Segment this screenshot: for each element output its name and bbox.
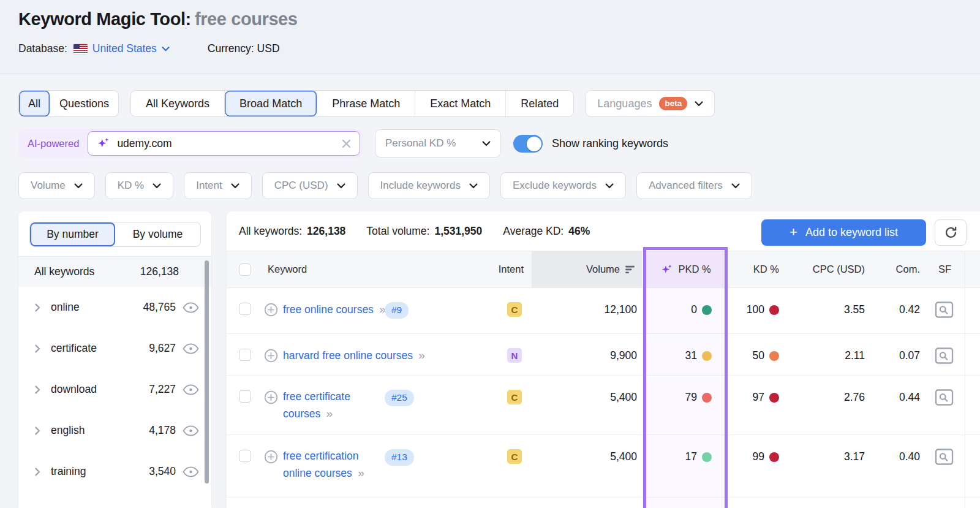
filter-label: Advanced filters: [649, 180, 723, 192]
add-keyword-icon: [264, 450, 278, 464]
serp-preview-icon: [935, 347, 954, 365]
chevron-right-icon[interactable]: [35, 468, 40, 476]
keyword-group-english[interactable]: english4,178: [18, 410, 211, 451]
keyword-link[interactable]: harvard free online courses »: [283, 347, 425, 364]
stat-value: 1,531,950: [434, 225, 482, 238]
languages-dropdown[interactable]: Languages beta: [586, 90, 715, 117]
chevron-right-icon[interactable]: [35, 385, 40, 394]
eye-icon[interactable]: [183, 302, 199, 313]
keyword-link[interactable]: free online courses »: [283, 301, 386, 318]
sidebar-all-keywords[interactable]: All keywords 126,138: [18, 257, 211, 287]
pkd-difficulty-dot: [702, 305, 712, 315]
stat-value: 126,138: [307, 225, 345, 238]
expand-keyword-icon[interactable]: »: [355, 466, 364, 479]
show-ranking-toggle[interactable]: [513, 135, 543, 153]
sidebar-tab-by-number[interactable]: By number: [30, 222, 115, 246]
serp-features-button[interactable]: [935, 347, 954, 365]
filter-exclude-keywords[interactable]: Exclude keywords: [500, 172, 626, 199]
tab-questions[interactable]: Questions: [50, 91, 118, 116]
eye-icon[interactable]: [183, 343, 199, 354]
col-volume[interactable]: Volume: [532, 251, 642, 287]
table-header: Keyword Intent Volume PKD % KD % CPC (US…: [227, 251, 980, 288]
keyword-group-certificate[interactable]: certificate9,627: [18, 328, 211, 369]
filter-intent[interactable]: Intent: [184, 172, 252, 199]
filter-kd[interactable]: KD %: [105, 172, 173, 199]
group-count: 7,227: [149, 383, 176, 396]
filter-cpc-usd[interactable]: CPC (USD): [262, 172, 358, 199]
chevron-right-icon[interactable]: [35, 303, 40, 312]
plus-icon: +: [790, 224, 797, 240]
chevron-right-icon[interactable]: [35, 344, 40, 353]
ranking-position-badge[interactable]: #13: [385, 449, 414, 466]
group-count: 48,765: [143, 301, 176, 314]
col-cpc[interactable]: CPC (USD): [790, 263, 865, 275]
serp-features-button[interactable]: [935, 389, 954, 406]
tab-related[interactable]: Related: [506, 91, 573, 116]
filter-label: CPC (USD): [274, 180, 328, 192]
col-volume-label: Volume: [586, 263, 620, 275]
expand-keyword-icon[interactable]: »: [323, 407, 333, 420]
tab-phrase-match[interactable]: Phrase Match: [317, 91, 415, 116]
col-keyword[interactable]: Keyword: [268, 263, 307, 275]
add-keyword-button[interactable]: [264, 303, 278, 317]
ranking-position-badge[interactable]: #25: [385, 390, 414, 406]
chevron-right-icon[interactable]: [35, 426, 40, 435]
expand-keyword-icon[interactable]: »: [415, 349, 425, 362]
add-to-keyword-list-button[interactable]: + Add to keyword list: [761, 219, 926, 246]
tab-broad-match[interactable]: Broad Match: [225, 91, 317, 116]
clear-search-icon[interactable]: [342, 139, 351, 148]
tab-exact-match[interactable]: Exact Match: [415, 91, 506, 116]
tab-all[interactable]: All: [19, 91, 50, 116]
col-pkd[interactable]: PKD %: [644, 251, 728, 287]
keyword-groups-sidebar: By numberBy volume All keywords 126,138 …: [18, 211, 211, 508]
row-checkbox[interactable]: [239, 349, 251, 361]
database-label: Database:: [18, 42, 67, 55]
col-sf[interactable]: SF: [938, 263, 951, 275]
filter-advanced-filters[interactable]: Advanced filters: [636, 172, 752, 199]
sort-descending-icon: [625, 265, 636, 274]
serp-features-button[interactable]: [935, 301, 954, 319]
add-keyword-button[interactable]: [264, 450, 278, 464]
table-rows: free online courses »#9C12,10001003.550.…: [227, 288, 980, 498]
filter-include-keywords[interactable]: Include keywords: [368, 172, 490, 199]
keyword-group-training[interactable]: training3,540: [18, 451, 211, 492]
match-type-tabs-row: AllQuestions All KeywordsBroad MatchPhra…: [18, 90, 715, 117]
eye-icon[interactable]: [183, 384, 199, 395]
keyword-group-online[interactable]: online48,765: [18, 287, 211, 328]
filter-label: Include keywords: [380, 180, 461, 192]
serp-features-button[interactable]: [935, 448, 954, 466]
row-checkbox[interactable]: [239, 303, 251, 315]
stat-all-keywords: All keywords:126,138: [239, 225, 345, 238]
chevron-down-icon: [153, 183, 161, 189]
filter-label: Exclude keywords: [513, 180, 597, 192]
sidebar-scrollbar[interactable]: [205, 260, 209, 483]
add-keyword-button[interactable]: [264, 349, 278, 363]
group-label: training: [51, 465, 149, 478]
col-kd[interactable]: KD %: [735, 263, 779, 275]
tab-all-keywords[interactable]: All Keywords: [131, 91, 225, 116]
chevron-down-icon: [162, 47, 170, 51]
search-input[interactable]: udemy.com: [88, 131, 360, 156]
kd-difficulty-dot: [769, 305, 779, 315]
personal-kd-dropdown[interactable]: Personal KD %: [375, 129, 501, 157]
keyword-group-download[interactable]: download7,227: [18, 369, 211, 410]
ranking-position-badge[interactable]: #9: [385, 302, 409, 319]
intent-badge-commercial: C: [507, 449, 522, 464]
keyword-link[interactable]: free certificatecourses »: [283, 389, 350, 422]
add-keyword-button[interactable]: [264, 390, 278, 404]
keyword-link[interactable]: free certificationonline courses »: [283, 448, 364, 482]
row-checkbox[interactable]: [239, 450, 251, 462]
filter-label: Volume: [31, 180, 66, 192]
eye-icon[interactable]: [183, 466, 199, 477]
filter-volume[interactable]: Volume: [18, 172, 95, 199]
col-com[interactable]: Com.: [859, 263, 920, 275]
volume-value: 5,400: [545, 391, 637, 404]
select-all-checkbox[interactable]: [239, 263, 251, 276]
col-intent[interactable]: Intent: [484, 263, 524, 275]
sidebar-tab-by-volume[interactable]: By volume: [115, 222, 200, 246]
group-label: certificate: [51, 342, 149, 355]
eye-icon[interactable]: [183, 425, 199, 436]
row-checkbox[interactable]: [239, 390, 251, 403]
refresh-button[interactable]: [935, 219, 967, 246]
database-selector[interactable]: United States: [92, 42, 170, 55]
